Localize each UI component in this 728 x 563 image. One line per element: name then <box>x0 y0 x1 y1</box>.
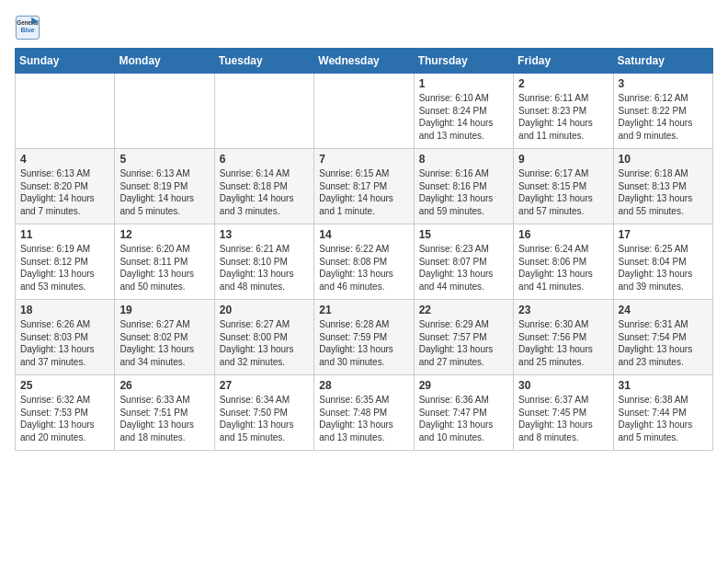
day-number: 23 <box>518 304 608 316</box>
day-cell: 29Sunrise: 6:36 AM Sunset: 7:47 PM Dayli… <box>414 375 513 451</box>
day-cell: 20Sunrise: 6:27 AM Sunset: 8:00 PM Dayli… <box>214 300 313 375</box>
day-cell <box>314 74 414 149</box>
day-cell: 6Sunrise: 6:14 AM Sunset: 8:18 PM Daylig… <box>214 149 313 224</box>
day-info: Sunrise: 6:36 AM Sunset: 7:47 PM Dayligh… <box>419 394 508 443</box>
week-row-1: 1Sunrise: 6:10 AM Sunset: 8:24 PM Daylig… <box>16 74 713 149</box>
day-info: Sunrise: 6:34 AM Sunset: 7:50 PM Dayligh… <box>220 394 309 443</box>
day-cell: 16Sunrise: 6:24 AM Sunset: 8:06 PM Dayli… <box>514 224 613 300</box>
day-cell: 15Sunrise: 6:23 AM Sunset: 8:07 PM Dayli… <box>414 224 513 300</box>
logo: General Blue <box>15 15 40 40</box>
day-info: Sunrise: 6:19 AM Sunset: 8:12 PM Dayligh… <box>20 243 109 293</box>
day-info: Sunrise: 6:37 AM Sunset: 7:45 PM Dayligh… <box>518 394 608 443</box>
day-number: 29 <box>419 379 508 392</box>
day-number: 9 <box>518 153 608 166</box>
week-row-4: 18Sunrise: 6:26 AM Sunset: 8:03 PM Dayli… <box>16 300 713 375</box>
logo-icon: General Blue <box>15 15 40 40</box>
header-row: SundayMondayTuesdayWednesdayThursdayFrid… <box>16 49 713 74</box>
day-cell <box>16 74 115 149</box>
calendar-table: SundayMondayTuesdayWednesdayThursdayFrid… <box>15 48 713 451</box>
day-info: Sunrise: 6:20 AM Sunset: 8:11 PM Dayligh… <box>119 243 209 293</box>
day-cell <box>214 74 313 149</box>
day-number: 3 <box>619 77 708 90</box>
day-cell: 12Sunrise: 6:20 AM Sunset: 8:11 PM Dayli… <box>115 224 214 300</box>
day-cell: 27Sunrise: 6:34 AM Sunset: 7:50 PM Dayli… <box>214 375 313 451</box>
day-cell: 13Sunrise: 6:21 AM Sunset: 8:10 PM Dayli… <box>214 224 313 300</box>
page-header: General Blue <box>15 15 713 40</box>
day-number: 16 <box>518 228 608 241</box>
day-number: 7 <box>319 153 408 166</box>
day-cell: 10Sunrise: 6:18 AM Sunset: 8:13 PM Dayli… <box>613 149 712 224</box>
day-cell: 26Sunrise: 6:33 AM Sunset: 7:51 PM Dayli… <box>115 375 214 451</box>
week-row-3: 11Sunrise: 6:19 AM Sunset: 8:12 PM Dayli… <box>16 224 713 300</box>
header-cell-wednesday: Wednesday <box>314 49 414 74</box>
day-number: 17 <box>619 228 708 241</box>
day-cell: 25Sunrise: 6:32 AM Sunset: 7:53 PM Dayli… <box>16 375 115 451</box>
header-cell-tuesday: Tuesday <box>214 49 313 74</box>
day-number: 6 <box>220 153 309 166</box>
day-cell: 14Sunrise: 6:22 AM Sunset: 8:08 PM Dayli… <box>314 224 414 300</box>
day-info: Sunrise: 6:10 AM Sunset: 8:24 PM Dayligh… <box>419 92 508 142</box>
day-cell: 4Sunrise: 6:13 AM Sunset: 8:20 PM Daylig… <box>16 149 115 224</box>
day-cell: 9Sunrise: 6:17 AM Sunset: 8:15 PM Daylig… <box>514 149 613 224</box>
day-cell: 8Sunrise: 6:16 AM Sunset: 8:16 PM Daylig… <box>414 149 513 224</box>
day-info: Sunrise: 6:13 AM Sunset: 8:19 PM Dayligh… <box>119 167 209 217</box>
svg-text:Blue: Blue <box>20 27 34 33</box>
day-number: 21 <box>319 304 408 316</box>
day-number: 10 <box>619 153 708 166</box>
day-info: Sunrise: 6:25 AM Sunset: 8:04 PM Dayligh… <box>619 243 708 293</box>
day-number: 18 <box>20 304 109 316</box>
day-info: Sunrise: 6:27 AM Sunset: 8:00 PM Dayligh… <box>220 318 309 368</box>
day-cell: 24Sunrise: 6:31 AM Sunset: 7:54 PM Dayli… <box>613 300 712 375</box>
day-cell: 17Sunrise: 6:25 AM Sunset: 8:04 PM Dayli… <box>613 224 712 300</box>
day-number: 20 <box>220 304 309 316</box>
day-info: Sunrise: 6:22 AM Sunset: 8:08 PM Dayligh… <box>319 243 408 293</box>
calendar-body: 1Sunrise: 6:10 AM Sunset: 8:24 PM Daylig… <box>16 74 713 451</box>
day-cell: 7Sunrise: 6:15 AM Sunset: 8:17 PM Daylig… <box>314 149 414 224</box>
day-info: Sunrise: 6:32 AM Sunset: 7:53 PM Dayligh… <box>20 394 109 443</box>
day-number: 12 <box>119 228 209 241</box>
day-cell: 28Sunrise: 6:35 AM Sunset: 7:48 PM Dayli… <box>314 375 414 451</box>
day-cell: 5Sunrise: 6:13 AM Sunset: 8:19 PM Daylig… <box>115 149 214 224</box>
day-info: Sunrise: 6:27 AM Sunset: 8:02 PM Dayligh… <box>119 318 209 368</box>
day-number: 22 <box>419 304 508 316</box>
day-number: 2 <box>518 77 608 90</box>
day-info: Sunrise: 6:31 AM Sunset: 7:54 PM Dayligh… <box>619 318 708 368</box>
day-number: 28 <box>319 379 408 392</box>
day-info: Sunrise: 6:16 AM Sunset: 8:16 PM Dayligh… <box>419 167 508 217</box>
day-cell: 19Sunrise: 6:27 AM Sunset: 8:02 PM Dayli… <box>115 300 214 375</box>
day-cell: 11Sunrise: 6:19 AM Sunset: 8:12 PM Dayli… <box>16 224 115 300</box>
day-cell: 31Sunrise: 6:38 AM Sunset: 7:44 PM Dayli… <box>613 375 712 451</box>
day-info: Sunrise: 6:38 AM Sunset: 7:44 PM Dayligh… <box>619 394 708 443</box>
day-number: 30 <box>518 379 608 392</box>
day-info: Sunrise: 6:26 AM Sunset: 8:03 PM Dayligh… <box>20 318 109 368</box>
day-info: Sunrise: 6:28 AM Sunset: 7:59 PM Dayligh… <box>319 318 408 368</box>
day-number: 24 <box>619 304 708 316</box>
day-number: 13 <box>220 228 309 241</box>
day-number: 1 <box>419 77 508 90</box>
day-cell: 22Sunrise: 6:29 AM Sunset: 7:57 PM Dayli… <box>414 300 513 375</box>
day-info: Sunrise: 6:15 AM Sunset: 8:17 PM Dayligh… <box>319 167 408 217</box>
day-info: Sunrise: 6:12 AM Sunset: 8:22 PM Dayligh… <box>619 92 708 142</box>
day-cell: 30Sunrise: 6:37 AM Sunset: 7:45 PM Dayli… <box>514 375 613 451</box>
header-cell-saturday: Saturday <box>613 49 712 74</box>
day-number: 11 <box>20 228 109 241</box>
day-number: 15 <box>419 228 508 241</box>
day-info: Sunrise: 6:23 AM Sunset: 8:07 PM Dayligh… <box>419 243 508 293</box>
day-cell: 2Sunrise: 6:11 AM Sunset: 8:23 PM Daylig… <box>514 74 613 149</box>
day-cell: 1Sunrise: 6:10 AM Sunset: 8:24 PM Daylig… <box>414 74 513 149</box>
header-cell-monday: Monday <box>115 49 214 74</box>
day-cell: 18Sunrise: 6:26 AM Sunset: 8:03 PM Dayli… <box>16 300 115 375</box>
week-row-5: 25Sunrise: 6:32 AM Sunset: 7:53 PM Dayli… <box>16 375 713 451</box>
day-info: Sunrise: 6:13 AM Sunset: 8:20 PM Dayligh… <box>20 167 109 217</box>
day-number: 27 <box>220 379 309 392</box>
day-info: Sunrise: 6:17 AM Sunset: 8:15 PM Dayligh… <box>518 167 608 217</box>
day-number: 5 <box>119 153 209 166</box>
day-cell: 21Sunrise: 6:28 AM Sunset: 7:59 PM Dayli… <box>314 300 414 375</box>
day-info: Sunrise: 6:30 AM Sunset: 7:56 PM Dayligh… <box>518 318 608 368</box>
day-info: Sunrise: 6:14 AM Sunset: 8:18 PM Dayligh… <box>220 167 309 217</box>
header-cell-thursday: Thursday <box>414 49 513 74</box>
week-row-2: 4Sunrise: 6:13 AM Sunset: 8:20 PM Daylig… <box>16 149 713 224</box>
day-number: 8 <box>419 153 508 166</box>
day-info: Sunrise: 6:24 AM Sunset: 8:06 PM Dayligh… <box>518 243 608 293</box>
day-cell <box>115 74 214 149</box>
